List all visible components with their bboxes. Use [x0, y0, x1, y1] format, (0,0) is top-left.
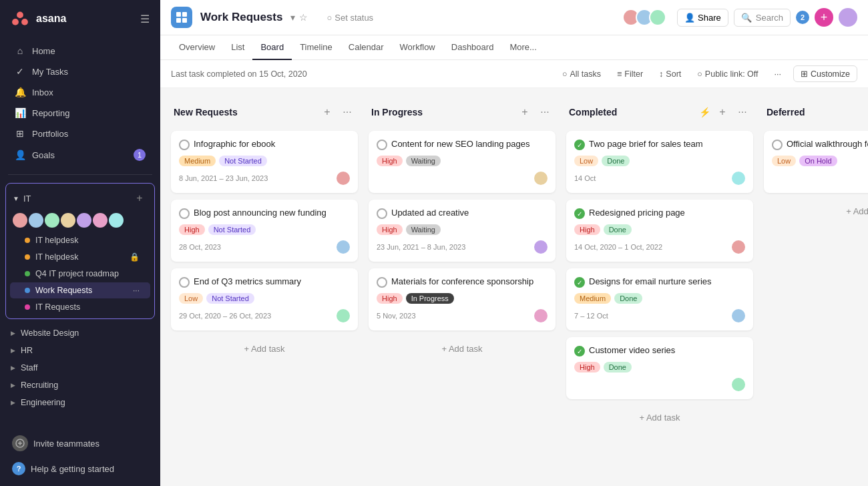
sidebar-item-work-requests[interactable]: Work Requests ··· [10, 282, 150, 298]
card[interactable]: ✓ Customer video series HighDone [566, 337, 753, 399]
dropdown-arrow-icon[interactable]: ▾ [290, 12, 295, 23]
home-icon: ⌂ [15, 45, 25, 56]
card[interactable]: Materials for conference sponsorship Hig… [369, 268, 556, 330]
more-options-button[interactable]: ··· [771, 67, 785, 81]
avatar [732, 240, 745, 254]
avatar [45, 213, 59, 228]
public-link-button[interactable]: ○ Public link: Off [693, 67, 762, 81]
card-meta [377, 172, 548, 185]
invite-teammates-button[interactable]: Invite teammates [5, 430, 155, 457]
filter-button[interactable]: ≡ Filter [613, 67, 647, 81]
card-tags: LowDone [574, 156, 745, 166]
card[interactable]: Infographic for ebook MediumNot Started … [171, 131, 358, 193]
user-avatars [622, 9, 662, 26]
avatar [13, 213, 27, 228]
tag-high: High [377, 293, 403, 304]
column-more-button[interactable]: ··· [734, 104, 750, 120]
card[interactable]: Updated ad creative HighWaiting 23 Jun, … [369, 200, 556, 262]
chevron-right-icon: ▶ [11, 364, 15, 371]
sidebar-item-goals[interactable]: 👤 Goals 1 [4, 144, 156, 166]
sidebar-item-q4-roadmap[interactable]: Q4 IT project roadmap [10, 266, 150, 282]
tag-done: Done [604, 224, 632, 235]
tab-more[interactable]: More... [501, 35, 544, 60]
card-title: Official walkthrough for candidates [772, 139, 868, 150]
tab-dashboard[interactable]: Dashboard [443, 35, 502, 60]
tag-done: Done [604, 362, 632, 373]
it-add-button[interactable]: + [132, 190, 148, 206]
filter-icon: ≡ [617, 69, 622, 79]
card[interactable]: ✓ Designs for email nurture series Mediu… [566, 268, 753, 330]
card-tags: HighDone [574, 224, 745, 235]
star-icon[interactable]: ☆ [299, 12, 308, 23]
column-completed: Completed ⚡ + ··· ✓ Two page brief for s… [566, 99, 753, 475]
tab-board[interactable]: Board [252, 35, 292, 60]
avatar [61, 213, 75, 228]
all-tasks-button[interactable]: ○ All tasks [558, 67, 605, 81]
column-more-button[interactable]: ··· [339, 104, 355, 120]
sidebar-item-recruiting[interactable]: ▶ Recruiting [0, 377, 160, 394]
sidebar-menu-icon[interactable]: ☰ [140, 13, 150, 25]
card[interactable]: Official walkthrough for candidates LowO… [764, 131, 868, 193]
sidebar-item-hr[interactable]: ▶ HR [0, 342, 160, 359]
add-task-button[interactable]: + Add task [566, 406, 753, 429]
column-header: Completed ⚡ + ··· [566, 99, 753, 126]
sidebar: asana ☰ ⌂ Home ✓ My Tasks 🔔 Inbox 📊 Repo… [0, 0, 160, 486]
card-title: ✓ Designs for email nurture series [574, 276, 745, 288]
column-add-button[interactable]: + [714, 104, 730, 120]
add-task-button[interactable]: + Add task [171, 337, 358, 360]
sidebar-item-my-tasks[interactable]: ✓ My Tasks [4, 61, 156, 81]
sidebar-item-portfolios[interactable]: ⊞ Portfolios [4, 124, 156, 144]
sidebar-item-label: Website Design [21, 328, 79, 338]
tag-done: Done [602, 156, 630, 166]
tab-overview[interactable]: Overview [171, 35, 223, 60]
card-meta: 5 Nov, 2023 [377, 309, 548, 322]
card[interactable]: End of Q3 metrics summary LowNot Started… [171, 268, 358, 330]
it-section: ▼ IT + IT helpdesk IT helpdesk 🔒 Q4 IT p… [5, 183, 155, 319]
search-box[interactable]: 🔍 Search [734, 9, 791, 27]
avatar [29, 213, 43, 228]
card[interactable]: Content for new SEO landing pages HighWa… [369, 131, 556, 193]
sidebar-item-label: IT Requests [35, 302, 80, 312]
column-add-button[interactable]: + [517, 104, 533, 120]
share-button[interactable]: 👤 Share [677, 9, 728, 27]
it-section-header[interactable]: ▼ IT + [6, 186, 154, 210]
project-icon [171, 7, 192, 28]
portfolios-icon: ⊞ [15, 128, 25, 139]
notification-badge[interactable]: 2 [796, 11, 809, 24]
sidebar-item-home[interactable]: ⌂ Home [4, 41, 156, 61]
tab-list[interactable]: List [223, 35, 252, 60]
column-more-button[interactable]: ··· [537, 104, 553, 120]
add-task-button[interactable]: + Add [764, 200, 868, 223]
search-placeholder: Search [756, 13, 783, 23]
tab-calendar[interactable]: Calendar [341, 35, 392, 60]
user-avatar[interactable] [839, 8, 857, 27]
sidebar-item-reporting[interactable]: 📊 Reporting [4, 103, 156, 123]
sidebar-item-website-design[interactable]: ▶ Website Design [0, 324, 160, 342]
svg-rect-5 [182, 12, 187, 17]
column-add-button[interactable]: + [319, 104, 335, 120]
sidebar-item-inbox[interactable]: 🔔 Inbox [4, 82, 156, 102]
dot-icon [25, 288, 30, 293]
avatar [732, 309, 745, 322]
more-icon[interactable]: ··· [133, 286, 140, 295]
sidebar-item-it-helpdesk-1[interactable]: IT helpdesk [10, 232, 150, 248]
card[interactable]: ✓ Two page brief for sales team LowDone … [566, 131, 753, 193]
customize-button[interactable]: ⊞ Customize [793, 65, 857, 82]
check-icon: ✓ [15, 66, 25, 77]
dot-icon [25, 254, 30, 260]
sidebar-item-engineering[interactable]: ▶ Engineering [0, 394, 160, 411]
add-task-button[interactable]: + Add task [369, 337, 556, 360]
sidebar-item-staff[interactable]: ▶ Staff [0, 359, 160, 377]
tab-timeline[interactable]: Timeline [292, 35, 341, 60]
sidebar-item-it-helpdesk-2[interactable]: IT helpdesk 🔒 [10, 249, 150, 265]
card[interactable]: Blog post announcing new funding HighNot… [171, 200, 358, 262]
sidebar-item-it-requests[interactable]: IT Requests [10, 299, 150, 315]
add-button[interactable]: + [815, 8, 833, 27]
tab-workflow[interactable]: Workflow [392, 35, 443, 60]
card[interactable]: ✓ Redesigned pricing page HighDone 14 Oc… [566, 200, 753, 262]
help-button[interactable]: ? Help & getting started [5, 457, 155, 481]
set-status-button[interactable]: ○ Set status [327, 13, 373, 23]
sort-button[interactable]: ↕ Sort [655, 67, 685, 81]
tag-high: High [574, 224, 600, 235]
column-header: New Requests + ··· [171, 99, 358, 126]
